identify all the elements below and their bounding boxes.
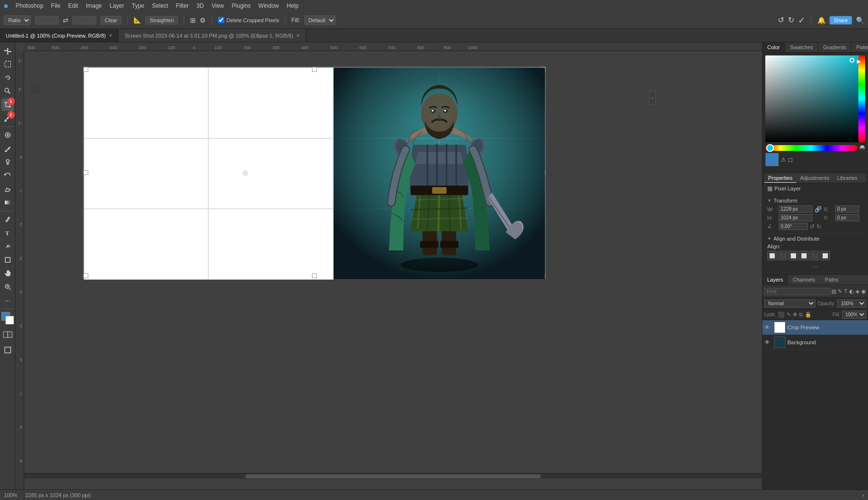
brush-tool[interactable] <box>1 142 14 155</box>
lock-pixels-icon[interactable]: ✎ <box>787 311 791 318</box>
tab-1[interactable]: Untitled-1 @ 100% (Crop Preview, RGB/8) … <box>0 29 119 42</box>
quick-select-tool[interactable] <box>1 85 14 97</box>
layer-filter-text[interactable]: T <box>843 286 848 296</box>
prop-tab-properties[interactable]: Properties <box>764 174 796 183</box>
reset-icon[interactable]: ↺ <box>778 15 784 25</box>
layer-tab-layers[interactable]: Layers <box>762 275 788 284</box>
layer-item-background[interactable]: 👁 Background <box>762 335 868 350</box>
color-tab-swatches[interactable]: Swatches <box>785 42 818 52</box>
share-button[interactable]: Share <box>829 16 852 25</box>
menu-window[interactable]: Window <box>258 2 279 9</box>
crop-handle-ml[interactable] <box>83 170 88 175</box>
lock-position-icon[interactable]: ✥ <box>793 311 797 318</box>
layers-search-input[interactable] <box>764 288 830 295</box>
fill-select[interactable]: 100% <box>842 311 866 319</box>
menu-filter[interactable]: Filter <box>176 2 189 9</box>
align-top-btn[interactable]: ⬜ <box>799 251 809 260</box>
link-icon[interactable]: 🔗 <box>814 206 822 213</box>
layer-filter-toggle[interactable]: ◉ <box>861 286 866 296</box>
color-gradient-cursor[interactable] <box>850 58 854 63</box>
menu-select[interactable]: Select <box>152 2 168 9</box>
h-input[interactable] <box>779 214 813 221</box>
y-input[interactable] <box>835 214 859 221</box>
color-tab-patterns[interactable]: Patterns <box>852 42 868 52</box>
w-input[interactable] <box>779 205 813 213</box>
gradient-tool[interactable] <box>1 196 14 209</box>
blend-mode-select[interactable]: Normal <box>764 299 815 308</box>
layer-filter-kind[interactable]: ▤ <box>831 286 836 296</box>
align-right-btn[interactable]: ⬜ <box>788 251 798 260</box>
zoom-tool[interactable] <box>1 281 14 293</box>
menu-image[interactable]: Image <box>86 2 102 9</box>
canvas-area[interactable]: -600 -500 -400 -300 -200 -100 0 100 200 … <box>15 42 762 489</box>
clone-stamp-tool[interactable] <box>1 156 14 168</box>
more-tools[interactable]: ··· <box>1 294 14 307</box>
shape-tool[interactable] <box>1 254 14 266</box>
transform-header[interactable]: ▼ Transform <box>767 198 863 203</box>
prop-tab-adjustments[interactable]: Adjustments <box>796 174 833 183</box>
more-options-btn[interactable]: ··· <box>813 262 818 270</box>
tab-1-close[interactable]: ✕ <box>108 33 112 38</box>
tab-2[interactable]: Screen Shot 2023-06-14 at 3.51.10 PM.png… <box>119 29 306 42</box>
align-bottom-btn[interactable]: ⬜ <box>820 251 830 260</box>
align-center-h-btn[interactable]: ⬛ <box>778 251 787 260</box>
straighten-button[interactable]: Straighten <box>145 16 178 25</box>
layer-item-crop-preview[interactable]: 👁 Crop Preview <box>762 320 868 335</box>
layer-visibility-crop[interactable]: 👁 <box>764 324 772 331</box>
layer-tab-paths[interactable]: Paths <box>820 275 843 284</box>
menu-file[interactable]: File <box>51 2 60 9</box>
layer-visibility-bg[interactable]: 👁 <box>764 339 772 346</box>
eyedropper-tool[interactable]: 2 <box>1 112 14 124</box>
crop-handle-bm[interactable] <box>312 273 317 278</box>
settings-icon[interactable]: ⚙ <box>200 16 206 24</box>
move-tool[interactable] <box>1 44 14 57</box>
search-icon[interactable]: 🔍 <box>856 16 864 24</box>
pen-tool[interactable] <box>1 213 14 226</box>
horizontal-scrollbar[interactable] <box>24 473 762 479</box>
heal-tool[interactable] <box>1 129 14 141</box>
menu-photoshop[interactable]: Photoshop <box>15 2 43 9</box>
lock-artboard-icon[interactable]: ⧉ <box>799 311 803 318</box>
hand-tool[interactable] <box>1 267 14 280</box>
menu-help[interactable]: Help <box>287 2 299 9</box>
angle-icon-2[interactable]: ↻ <box>816 223 821 230</box>
history-brush-tool[interactable] <box>1 169 14 182</box>
angle-input[interactable] <box>779 223 808 230</box>
type-tool[interactable]: T <box>1 227 14 239</box>
crop-handle-tl[interactable] <box>83 67 88 72</box>
fill-select[interactable]: Default <box>304 15 336 25</box>
menu-view[interactable]: View <box>212 2 224 9</box>
clear-button[interactable]: Clear <box>100 16 122 25</box>
color-gradient-picker[interactable] <box>765 55 862 142</box>
hue-thumb[interactable] <box>766 144 774 152</box>
layer-filter-adj[interactable]: ◐ <box>849 286 854 296</box>
fg-color-swatch[interactable] <box>1 312 14 324</box>
width-ratio-input[interactable] <box>35 16 59 25</box>
opacity-select[interactable]: 100% <box>837 299 866 308</box>
lock-transparent-icon[interactable]: ⬛ <box>778 311 785 318</box>
menu-3d[interactable]: 3D <box>196 2 203 9</box>
crop-handle-bl[interactable] <box>83 273 88 278</box>
scroll-thumb[interactable] <box>245 474 541 478</box>
layer-filter-art[interactable]: ✎ <box>837 286 842 296</box>
align-center-v-btn[interactable]: ⬛ <box>810 251 819 260</box>
angle-icon-1[interactable]: ↺ <box>810 223 814 230</box>
menu-plugins[interactable]: Plugins <box>231 2 250 9</box>
align-header[interactable]: ▼ Align and Distribute <box>767 236 863 242</box>
x-input[interactable] <box>835 205 859 213</box>
foreground-color-swatch[interactable] <box>765 153 779 166</box>
vertical-hue-strip[interactable] <box>858 55 865 142</box>
scroll-right-arrow[interactable]: › <box>862 492 864 498</box>
menu-layer[interactable]: Layer <box>109 2 124 9</box>
menu-edit[interactable]: Edit <box>68 2 78 9</box>
align-left-btn[interactable]: ⬜ <box>767 251 777 260</box>
layer-filter-smart[interactable]: ◈ <box>855 286 860 296</box>
crop-tool[interactable]: 1 <box>1 98 14 111</box>
color-tab-gradients[interactable]: Gradients <box>818 42 852 52</box>
path-select-tool[interactable] <box>1 240 14 253</box>
height-ratio-input[interactable] <box>72 16 96 25</box>
delete-cropped-label[interactable]: Delete Cropped Pixels <box>218 17 279 23</box>
delete-cropped-checkbox[interactable] <box>218 17 224 23</box>
lock-all-icon[interactable]: 🔒 <box>805 311 812 318</box>
menu-type[interactable]: Type <box>132 2 144 9</box>
